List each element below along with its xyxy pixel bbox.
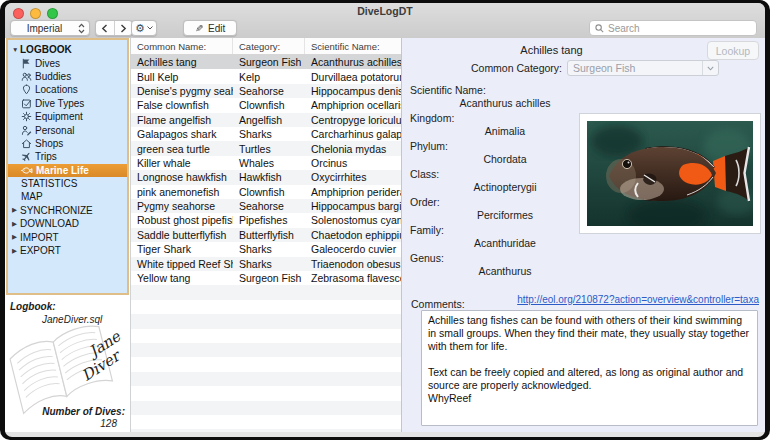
eol-link[interactable]: http://eol.org/210872?action=overview&co… [517,294,759,305]
sidebar-item-equipment[interactable]: Equipment [8,110,127,123]
person-icon [21,125,32,136]
lookup-button[interactable]: Lookup [707,41,759,60]
disclosure-right-icon[interactable]: ▶ [12,233,20,241]
comments-label: Comments: [411,298,465,310]
table-row[interactable]: Denise's pygmy seahor... Seahorse Hippoc… [131,84,402,98]
table-row[interactable]: Yellow tang Surgeon Fish Zebrasoma flave… [131,271,402,285]
cell-scientific-name: Oxycirrhites [305,170,402,184]
species-table: Common Name: Category: Scientific Name: … [130,38,402,432]
sidebar-section-statistics[interactable]: STATISTICS [8,177,127,190]
comments-textarea[interactable]: Achilles tang fishes can be found with o… [421,310,758,426]
sidebar-section-map[interactable]: MAP [8,190,127,203]
table-row[interactable]: Bull Kelp Kelp Durvillaea potatorum [131,69,402,83]
sidebar-section-export[interactable]: ▶ EXPORT [8,244,127,257]
units-select[interactable]: Imperial [10,20,90,36]
cell-category: Clownfish [233,98,305,112]
sidebar-item-buddies[interactable]: Buddies [8,70,127,83]
cell-scientific-name: Solenostomus cyano... [305,213,402,227]
sidebar-item-dives[interactable]: Dives [8,56,127,69]
cell-category: Seahorse [233,84,305,98]
sidebar: ▼ LOGBOOK Dives Buddies [5,38,130,432]
cell-category: Sharks [233,242,305,256]
table-row[interactable]: Tiger Shark Sharks Galeocerdo cuvier [131,242,402,256]
edit-button-label: Edit [208,23,225,34]
window-frame: DiveLogDT Imperial ⚙ ✎ E [0,0,770,440]
sidebar-item-trips[interactable]: Trips [8,150,127,163]
column-header-scientific-name[interactable]: Scientific Name: [305,38,402,54]
cell-category: Seahorse [233,199,305,213]
table-row[interactable]: Achilles tang Surgeon Fish Acanthurus ac… [131,55,402,69]
common-category-row: Common Category: Surgeon Fish [402,60,719,76]
sidebar-item-personal[interactable]: Personal [8,123,127,136]
table-row[interactable]: green sea turtle Turtles Chelonia mydas [131,141,402,155]
common-category-select[interactable]: Surgeon Fish [567,60,719,76]
chevron-right-icon [120,24,127,33]
forward-button[interactable] [115,21,133,35]
achilles-tang-image [587,121,753,226]
cell-common-name: Bull Kelp [131,69,233,83]
chevron-left-icon [101,24,108,33]
column-header-common-name[interactable]: Common Name: [131,38,233,54]
gear-icon: ⚙ [135,23,145,34]
cell-category: Clownfish [233,185,305,199]
table-row[interactable]: Pygmy seahorse Seahorse Hippocampus barg… [131,199,402,213]
field-value: Animalia [410,125,600,138]
action-menu-button[interactable]: ⚙ [131,20,157,36]
logbook-info-panel: Logbook: JaneDiver.sql [6,295,129,432]
species-title: Achilles tang [402,44,701,56]
gear-icon [21,111,32,122]
cell-scientific-name: Chaetodon ephippium [305,228,402,242]
sidebar-item-shops[interactable]: Shops [8,137,127,150]
taxonomy-field: Genus: Acanthurus [410,252,610,278]
table-body: Achilles tang Surgeon Fish Acanthurus ac… [131,55,402,432]
table-row[interactable]: Saddle butterflyfish Butterflyfish Chaet… [131,228,402,242]
number-of-dives-label: Number of Dives: [42,406,125,417]
logbook-label: Logbook: [10,301,56,312]
disclosure-down-icon[interactable]: ▼ [12,46,20,53]
table-row[interactable]: False clownfish Clownfish Amphiprion oce… [131,98,402,112]
disclosure-right-icon[interactable]: ▶ [12,247,20,255]
house-icon [21,138,32,149]
table-row[interactable]: Longnose hawkfish Hawkfish Oxycirrhites [131,170,402,184]
window-chrome: DiveLogDT Imperial ⚙ ✎ E [5,3,765,39]
app-window: DiveLogDT Imperial ⚙ ✎ E [5,3,765,437]
sidebar-section-logbook[interactable]: ▼ LOGBOOK [8,43,127,56]
cell-scientific-name: Carcharhinus galapa... [305,127,402,141]
table-row[interactable]: White tipped Reef Shark Sharks Triaenodo… [131,256,402,270]
cell-common-name: Longnose hawkfish [131,170,233,184]
number-of-dives-value: 128 [100,418,117,429]
back-button[interactable] [96,21,115,35]
sidebar-section-synchronize[interactable]: ▶ SYNCHRONIZE [8,204,127,217]
sidebar-section-import[interactable]: ▶ IMPORT [8,230,127,243]
table-row[interactable]: Flame angelfish Angelfish Centropyge lor… [131,113,402,127]
sidebar-section-download[interactable]: ▶ DOWNLOAD [8,217,127,230]
species-photo [579,113,761,234]
disclosure-right-icon[interactable]: ▶ [12,206,20,214]
search-field[interactable] [589,20,757,36]
units-select-value: Imperial [11,23,78,34]
field-value: Chordata [410,153,600,166]
field-value: Perciformes [410,209,600,222]
chevron-down-icon [702,61,718,75]
cell-category: Hawkfish [233,170,305,184]
table-row[interactable]: Killer whale Whales Orcinus [131,156,402,170]
cell-category: Kelp [233,69,305,83]
search-input[interactable] [608,23,751,34]
cell-common-name: green sea turtle [131,141,233,155]
disclosure-right-icon[interactable]: ▶ [12,220,20,228]
sidebar-item-locations[interactable]: Locations [8,83,127,96]
field-label: Scientific Name: [410,84,610,97]
table-row[interactable]: Robust ghost pipefish Pipefishes Solenos… [131,213,402,227]
cell-scientific-name: Zebrasoma flavescens [305,271,402,285]
table-row[interactable]: Galapagos shark Sharks Carcharhinus gala… [131,127,402,141]
sidebar-item-marine-life[interactable]: Marine Life [8,164,127,177]
edit-button[interactable]: ✎ Edit [183,20,237,36]
cell-category: Sharks [233,127,305,141]
cell-common-name: Killer whale [131,156,233,170]
sidebar-item-dive-types[interactable]: Dive Types [8,97,127,110]
table-row[interactable]: pink anemonefish Clownfish Amphiprion pe… [131,185,402,199]
cell-scientific-name: Chelonia mydas [305,141,402,155]
fish-icon [21,165,33,176]
column-header-category[interactable]: Category: [233,38,305,54]
cell-category: Sharks [233,256,305,270]
